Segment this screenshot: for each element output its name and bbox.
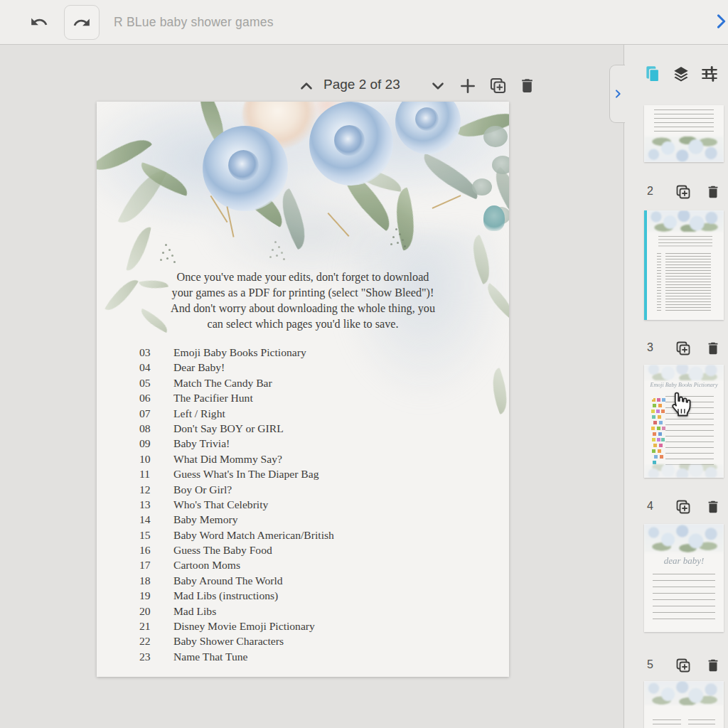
thumbnail-list-lines [665,253,711,313]
game-row[interactable]: 18 Baby Around The World [139,573,481,588]
redo-button[interactable] [64,5,100,40]
game-row[interactable]: 15 Baby Word Match American/British [139,528,481,542]
delete-page-4-button[interactable] [704,498,722,517]
thumbnail-answer-lines [665,396,714,467]
page-2-thumbnail[interactable] [644,210,724,320]
next-page-button[interactable] [427,76,449,97]
game-number: 03 [139,345,173,360]
page-4-row: 4 [644,498,724,517]
layers-icon [672,75,690,85]
duplicate-page-button[interactable] [487,76,508,97]
game-title: Baby Around The World [173,573,481,588]
game-row[interactable]: 04 Dear Baby! [139,360,481,375]
app-window: R BLue baby shower games Page 2 of 23 [0,0,728,728]
thumbnail-floral [644,365,724,380]
layers-tool-button[interactable] [671,65,691,85]
game-title: Name That Tune [173,649,481,664]
game-row[interactable]: 20 Mad Libs [139,604,481,619]
game-row[interactable]: 10 What Did Mommy Say? [139,451,481,466]
game-number: 12 [139,482,173,497]
delete-page-3-button[interactable] [704,340,722,358]
game-row[interactable]: 23 Name That Tune [139,649,481,664]
thumbnail-floral [644,681,724,705]
intro-line: And don't worry about downloading the wh… [118,301,488,316]
game-title: Left / Right [173,406,481,421]
adjustments-tool-button[interactable] [700,65,719,85]
expand-right-icon[interactable] [711,11,728,33]
game-number: 08 [139,421,173,436]
document-title-input[interactable]: R BLue baby shower games [114,0,540,45]
game-number: 06 [139,390,173,405]
game-row[interactable]: 12 Boy Or Girl? [139,482,481,497]
page-indicator: Page 2 of 23 [323,77,400,92]
game-row[interactable]: 22 Baby Shower Characters [139,633,481,648]
delete-page-2-button[interactable] [704,183,722,202]
duplicate-page-5-button[interactable] [674,657,692,675]
game-row[interactable]: 14 Baby Memory [139,512,481,527]
game-title: Don't Say BOY or GIRL [173,421,481,436]
sliders-icon [700,75,719,85]
game-number: 04 [139,360,173,375]
page-4-thumbnail[interactable]: dear baby! [644,524,724,632]
collapse-panel-button[interactable] [609,65,625,123]
game-row[interactable]: 06 The Pacifier Hunt [139,390,481,405]
game-number: 22 [139,633,173,648]
game-row[interactable]: 05 Match The Candy Bar [139,375,481,390]
game-row[interactable]: 21 Disney Movie Emoji Pictionary [139,619,481,633]
game-row[interactable]: 13 Who's That Celebrity [139,497,481,512]
thumbnail-intro-lines [658,236,712,249]
game-title: Boy Or Girl? [173,482,481,497]
top-bar: R BLue baby shower games [0,0,728,45]
intro-line: Once you've made your edits, don't forge… [118,269,488,285]
game-number: 07 [139,406,173,421]
thumbnail-floral [647,210,724,232]
redo-icon [73,23,91,34]
trash-icon [705,191,721,202]
duplicate-page-3-button[interactable] [674,340,692,358]
intro-text[interactable]: Once you've made your edits, don't forge… [118,269,488,332]
duplicate-page-icon [675,665,692,676]
duplicate-page-icon [675,192,692,203]
game-number: 09 [139,436,173,451]
game-row[interactable]: 08 Don't Say BOY or GIRL [139,421,481,436]
game-number: 13 [139,497,173,512]
game-row[interactable]: 03 Emoji Baby Books Pictionary [139,345,481,360]
page-2-row: 2 [644,183,724,202]
page-5-row: 5 [644,657,724,675]
game-title: Cartoon Moms [173,557,481,572]
game-title: Match The Candy Bar [173,375,481,390]
game-number: 18 [139,573,173,588]
page-1-thumbnail[interactable] [644,105,724,162]
page-3-thumbnail[interactable]: Emoji Baby Books Pictionary [644,365,724,478]
chevron-up-icon [297,87,316,97]
delete-page-5-button[interactable] [704,657,722,675]
games-list[interactable]: 03 Emoji Baby Books Pictionary 04 Dear B… [139,345,481,664]
panel-toolbar [624,65,728,86]
game-title: Emoji Baby Books Pictionary [173,345,481,360]
game-row[interactable]: 17 Cartoon Moms [139,557,481,572]
undo-button[interactable] [28,12,50,33]
game-title: Baby Shower Characters [173,633,481,648]
trash-icon [705,665,721,675]
duplicate-page-4-button[interactable] [674,498,692,517]
duplicate-page-2-button[interactable] [674,183,692,202]
game-number: 10 [139,451,173,466]
delete-page-button[interactable] [516,76,537,97]
pages-panel: 2 3 [623,45,728,728]
prev-page-button[interactable] [296,76,317,97]
game-title: What Did Mommy Say? [173,451,481,466]
game-row[interactable]: 11 Guess What's In The Diaper Bag [139,466,481,481]
page-5-thumbnail[interactable] [644,681,724,728]
game-row[interactable]: 19 Mad Libs (instructions) [139,588,481,603]
add-page-button[interactable] [457,76,478,97]
pages-icon [643,75,662,85]
duplicate-page-icon [675,507,692,518]
thumbnail-title: Emoji Baby Books Pictionary [644,382,724,388]
game-row[interactable]: 07 Left / Right [139,406,481,421]
undo-icon [30,23,48,33]
pages-tool-button[interactable] [643,65,663,85]
game-row[interactable]: 16 Guess The Baby Food [139,542,481,557]
thumbnail-floral-bottom [644,464,724,478]
document-page[interactable]: Once you've made your edits, don't forge… [97,102,509,677]
game-row[interactable]: 09 Baby Trivia! [139,436,481,451]
